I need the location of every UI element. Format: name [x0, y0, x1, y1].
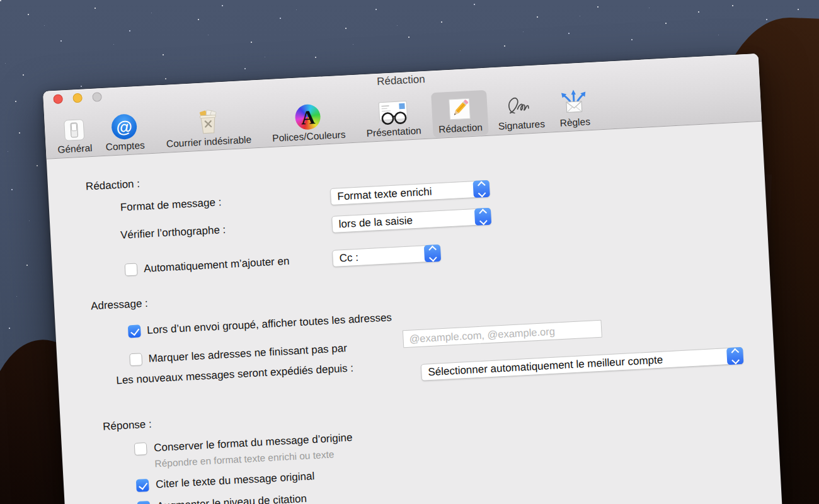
toolbar-item-presentation[interactable]: Présentation	[359, 93, 428, 141]
spell-check-popup[interactable]: lors de la saisie	[331, 208, 491, 233]
group-send-label: Lors d’un envoi groupé, afficher toutes …	[147, 311, 392, 337]
send-from-popup[interactable]: Sélectionner automatiquement le meilleur…	[421, 347, 744, 381]
signature-icon	[505, 91, 536, 119]
format-de-message-label: Format de message :	[120, 196, 221, 214]
mark-addresses-label: Marquer les adresses ne finissant pas pa…	[148, 342, 347, 365]
preferences-content: Rédaction : Format de message : Format t…	[47, 122, 783, 504]
section-label-adressage: Adressage :	[91, 297, 149, 313]
switch-icon	[61, 115, 86, 143]
mark-addresses-checkbox[interactable]	[129, 353, 142, 366]
quote-level-label: Augmenter le niveau de citation	[157, 493, 307, 504]
toolbar-item-polices-couleurs[interactable]: A Polices/Couleurs	[265, 97, 352, 146]
keep-format-checkbox[interactable]	[134, 442, 147, 455]
toolbar-item-label: Règles	[559, 116, 590, 129]
popup-value: Cc :	[333, 250, 379, 265]
section-label-reponse: Réponse :	[103, 418, 152, 433]
toolbar-item-comptes[interactable]: @ Comptes	[98, 108, 151, 155]
junk-bin-icon	[195, 108, 221, 135]
send-from-label: Les nouveaux messages seront expédiés de…	[116, 362, 354, 387]
popup-value: lors de la saisie	[332, 213, 433, 231]
toolbar-item-label: Polices/Couleurs	[272, 129, 346, 144]
auto-cc-checkbox[interactable]	[125, 263, 138, 276]
popup-value: Format texte enrichi	[331, 184, 452, 203]
toolbar-item-label: Signatures	[498, 118, 545, 132]
section-label-redaction: Rédaction :	[86, 178, 140, 193]
mail-preferences-window: Rédaction Général @ Comptes	[43, 54, 783, 504]
toolbar-item-label: Rédaction	[438, 122, 483, 135]
quote-text-checkbox[interactable]	[136, 479, 149, 492]
popup-arrows-icon	[726, 347, 743, 365]
at-icon: @	[111, 112, 137, 140]
star-field-dim	[0, 0, 1, 1]
verifier-orthographe-label: Vérifier l’orthographe :	[120, 224, 226, 242]
domains-input[interactable]	[403, 320, 602, 348]
toolbar-item-signatures[interactable]: Signatures	[491, 87, 551, 135]
toolbar-item-redaction[interactable]: Rédaction	[431, 90, 488, 138]
glasses-envelope-icon	[375, 98, 410, 126]
rules-envelope-icon	[559, 88, 588, 116]
quote-level-checkbox[interactable]	[137, 501, 151, 504]
fonts-colors-icon: A	[295, 103, 321, 130]
popup-arrows-icon	[424, 244, 441, 262]
toolbar-item-label: Comptes	[105, 140, 145, 153]
auto-cc-label: Automatiquement m’ajouter en	[144, 255, 290, 275]
message-format-popup[interactable]: Format texte enrichi	[330, 180, 490, 205]
toolbar-item-label: Général	[57, 142, 93, 156]
desktop: { "window": { "title": "Rédaction" }, "t…	[0, 0, 819, 504]
zoom-button-disabled	[92, 92, 102, 102]
popup-value: Sélectionner automatiquement le meilleur…	[421, 352, 684, 379]
toolbar-item-label: Présentation	[366, 125, 421, 139]
minimize-button[interactable]	[72, 93, 83, 103]
close-button[interactable]	[53, 94, 63, 104]
pencil-paper-icon	[446, 94, 472, 122]
quote-text-label: Citer le texte du message original	[156, 470, 315, 491]
auto-cc-popup[interactable]: Cc :	[332, 244, 441, 267]
toolbar-item-general[interactable]: Général	[50, 111, 98, 158]
group-send-checkbox[interactable]	[128, 324, 141, 338]
popup-arrows-icon	[472, 180, 490, 198]
toolbar-item-regles[interactable]: Règles	[553, 84, 597, 131]
toolbar-item-courrier-indesirable[interactable]: Courrier indésirable	[159, 102, 258, 152]
popup-arrows-icon	[474, 208, 491, 226]
toolbar-item-label: Courrier indésirable	[166, 134, 252, 150]
